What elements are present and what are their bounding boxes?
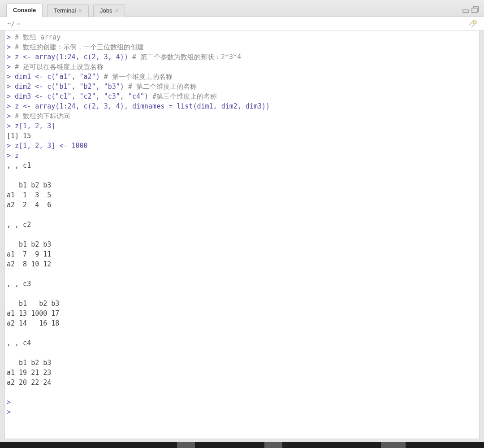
maximize-pane-icon[interactable]	[471, 6, 480, 13]
minimize-pane-icon[interactable]	[462, 7, 470, 13]
close-icon[interactable]: ×	[78, 8, 82, 13]
tab-jobs-label: Jobs	[100, 7, 112, 14]
taskbar-item	[381, 442, 406, 448]
console-output[interactable]: > # 数组 array > # 数组的创建：示例，一个三位数组的创建 > z …	[5, 30, 479, 419]
taskbar-item	[177, 442, 195, 448]
close-icon[interactable]: ×	[115, 8, 118, 13]
tab-jobs[interactable]: Jobs ×	[93, 4, 125, 17]
go-arrow-icon: ⇨	[17, 19, 21, 28]
tab-console-label: Console	[13, 7, 36, 13]
working-directory-text: ~/	[7, 20, 15, 27]
taskbar-item	[264, 442, 282, 448]
window-controls	[462, 6, 480, 13]
tab-terminal[interactable]: Terminal ×	[47, 4, 89, 17]
tab-console[interactable]: Console	[6, 4, 43, 17]
svg-rect-3	[473, 21, 476, 24]
svg-rect-2	[472, 8, 477, 13]
tab-terminal-label: Terminal	[54, 7, 76, 14]
working-directory[interactable]: ~/ ⇨	[7, 19, 21, 28]
os-taskbar-fragment	[0, 442, 484, 448]
console-path-bar: ~/ ⇨	[0, 17, 484, 30]
console-panel: > # 数组 array > # 数组的创建：示例，一个三位数组的创建 > z …	[4, 30, 480, 439]
tab-bar: Console Terminal × Jobs ×	[0, 0, 484, 17]
svg-rect-0	[463, 10, 468, 13]
clear-console-icon[interactable]	[468, 20, 478, 29]
